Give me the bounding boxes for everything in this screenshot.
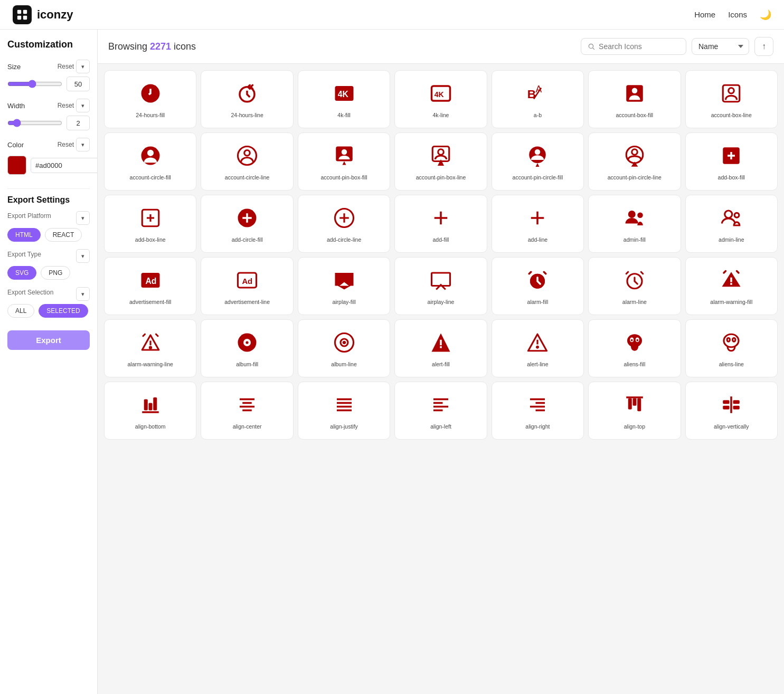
svg-point-18 <box>147 150 154 156</box>
icon-label-alert-fill: alert-fill <box>432 361 450 368</box>
export-type-dropdown[interactable]: ▾ <box>76 249 90 263</box>
icon-card-alarm-line[interactable]: alarm-line <box>588 257 681 315</box>
selection-all-button[interactable]: ALL <box>7 304 34 318</box>
platform-react-button[interactable]: REACT <box>45 228 82 242</box>
export-platform-dropdown[interactable]: ▾ <box>76 211 90 225</box>
icon-card-add-circle-line[interactable]: add-circle-line <box>298 195 390 253</box>
icon-card-add-box-line[interactable]: add-box-line <box>104 195 196 253</box>
icon-card-alarm-fill[interactable]: alarm-fill <box>492 257 584 315</box>
icon-card-airplay-line[interactable]: airplay-line <box>394 257 487 315</box>
icon-card-account-pin-circle-line[interactable]: account-pin-circle-line <box>588 132 681 191</box>
svg-rect-51 <box>731 278 733 282</box>
icon-card-align-vertically[interactable]: align-vertically <box>685 382 778 440</box>
icon-card-account-box-fill[interactable]: account-box-fill <box>588 70 681 128</box>
icon-card-aliens-line[interactable]: aliens-line <box>685 319 778 377</box>
icon-card-account-box-line[interactable]: account-box-line <box>685 70 778 128</box>
platform-html-button[interactable]: HTML <box>7 228 41 242</box>
icon-svg-align-top <box>624 394 646 418</box>
search-icon <box>588 42 595 51</box>
color-control-row: Color Reset ▾ <box>7 138 90 151</box>
icon-card-add-circle-fill[interactable]: add-circle-fill <box>201 195 293 253</box>
size-dropdown-button[interactable]: ▾ <box>76 60 90 73</box>
icon-card-4k-fill[interactable]: 4K 4k-fill <box>298 70 390 128</box>
export-button[interactable]: Export <box>7 330 90 350</box>
svg-rect-52 <box>731 283 733 285</box>
icon-card-airplay-fill[interactable]: airplay-fill <box>298 257 390 315</box>
icon-card-align-right[interactable]: align-right <box>492 382 584 440</box>
svg-point-40 <box>637 213 643 218</box>
nav: Home Icons 🌙 <box>694 9 771 21</box>
color-reset-button[interactable]: Reset <box>58 141 74 148</box>
theme-toggle-button[interactable]: 🌙 <box>760 9 771 21</box>
icon-card-alarm-warning-fill[interactable]: alarm-warning-fill <box>685 257 778 315</box>
icon-card-account-circle-line[interactable]: account-circle-line <box>201 132 293 191</box>
icon-svg-account-box-fill <box>624 82 646 107</box>
svg-rect-1 <box>23 9 27 13</box>
icon-card-account-pin-circle-fill[interactable]: account-pin-circle-fill <box>492 132 584 191</box>
width-dropdown-button[interactable]: ▾ <box>76 99 90 112</box>
icon-card-add-fill[interactable]: add-fill <box>394 195 487 253</box>
color-hex-input[interactable] <box>31 158 98 173</box>
icon-card-admin-line[interactable]: admin-line <box>685 195 778 253</box>
svg-rect-98 <box>723 406 730 410</box>
logo[interactable]: iconzy <box>13 5 73 24</box>
sort-direction-button[interactable]: ↑ <box>754 37 773 56</box>
icon-card-align-bottom[interactable]: align-bottom <box>104 382 196 440</box>
export-settings-title: Export Settings <box>7 195 90 205</box>
icon-card-advertisement-fill[interactable]: Ad advertisement-fill <box>104 257 196 315</box>
icon-label-a-b: a-b <box>534 112 542 119</box>
svg-rect-92 <box>628 398 632 410</box>
nav-icons[interactable]: Icons <box>728 10 747 19</box>
icon-card-align-justify[interactable]: align-justify <box>298 382 390 440</box>
size-value-input[interactable] <box>67 77 90 91</box>
size-reset-button[interactable]: Reset <box>58 63 74 70</box>
icon-card-24-hours-line[interactable]: 24-hours-line <box>201 70 293 128</box>
icon-card-album-line[interactable]: album-line <box>298 319 390 377</box>
icon-label-add-circle-fill: add-circle-fill <box>232 236 263 244</box>
svg-rect-97 <box>733 400 740 404</box>
icon-svg-account-pin-circle-fill <box>526 145 549 169</box>
icon-card-album-fill[interactable]: album-fill <box>201 319 293 377</box>
icon-card-account-pin-box-fill[interactable]: account-pin-box-fill <box>298 132 390 191</box>
selection-selected-button[interactable]: SELECTED <box>39 304 88 318</box>
icon-card-align-center[interactable]: align-center <box>201 382 293 440</box>
icon-card-account-circle-fill[interactable]: account-circle-fill <box>104 132 196 191</box>
icon-card-4k-line[interactable]: 4K 4k-line <box>394 70 487 128</box>
icon-label-add-box-fill: add-box-fill <box>718 174 745 182</box>
icon-card-align-top[interactable]: align-top <box>588 382 681 440</box>
color-preview-swatch[interactable] <box>7 156 26 175</box>
width-reset-button[interactable]: Reset <box>58 102 74 109</box>
color-dropdown-button[interactable]: ▾ <box>76 138 90 151</box>
icon-card-alarm-warning-line[interactable]: alarm-warning-line <box>104 319 196 377</box>
export-selection-dropdown[interactable]: ▾ <box>76 287 90 301</box>
width-value-input[interactable] <box>67 116 90 130</box>
icon-card-account-pin-box-line[interactable]: account-pin-box-line <box>394 132 487 191</box>
search-input[interactable] <box>599 42 679 51</box>
size-slider[interactable] <box>7 80 62 88</box>
icon-label-align-top: align-top <box>624 423 645 431</box>
icon-card-add-line[interactable]: add-line <box>492 195 584 253</box>
type-svg-button[interactable]: SVG <box>7 266 36 280</box>
icon-card-alert-line[interactable]: alert-line <box>492 319 584 377</box>
icon-card-24-hours-fill[interactable]: 24-hours-fill <box>104 70 196 128</box>
icon-label-alarm-warning-line: alarm-warning-line <box>128 361 173 368</box>
nav-home[interactable]: Home <box>694 10 715 19</box>
search-box[interactable] <box>581 38 686 55</box>
icon-card-add-box-fill[interactable]: add-box-fill <box>685 132 778 191</box>
icon-svg-aliens-line <box>720 331 742 356</box>
svg-point-54 <box>149 347 151 348</box>
icon-card-advertisement-line[interactable]: Ad advertisement-line <box>201 257 293 315</box>
icon-card-admin-fill[interactable]: admin-fill <box>588 195 681 253</box>
icon-card-alert-fill[interactable]: alert-fill <box>394 319 487 377</box>
icon-card-align-left[interactable]: align-left <box>394 382 487 440</box>
icon-label-account-box-fill: account-box-fill <box>616 112 654 119</box>
size-slider-container <box>7 77 90 91</box>
icon-card-aliens-fill[interactable]: aliens-fill <box>588 319 681 377</box>
width-slider[interactable] <box>7 119 62 127</box>
icon-label-account-box-line: account-box-line <box>711 112 752 119</box>
platform-toggle-group: HTML REACT <box>7 228 90 242</box>
type-png-button[interactable]: PNG <box>41 266 70 280</box>
icon-card-a-b[interactable]: BA a-b <box>492 70 584 128</box>
svg-rect-0 <box>17 9 21 13</box>
sort-select[interactable]: Name Popularity Newest <box>692 38 749 55</box>
